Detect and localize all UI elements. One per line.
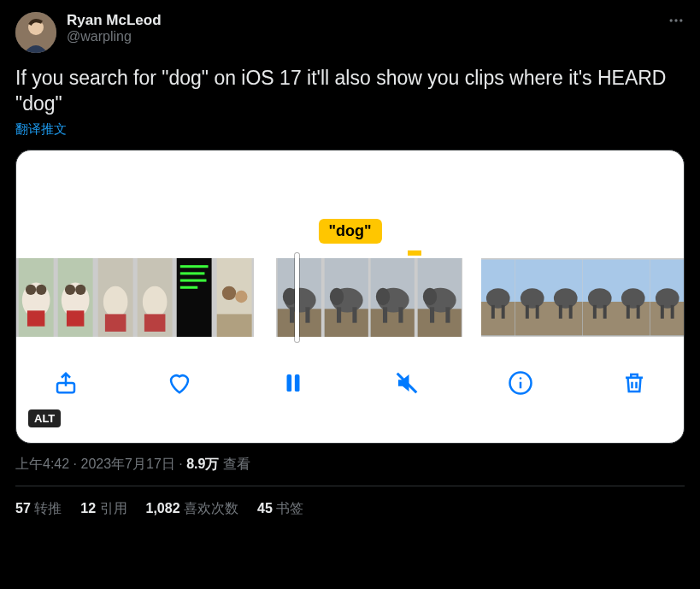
svg-point-61	[520, 288, 544, 309]
tweet-container: Ryan McLeod @warpling If you search for …	[0, 0, 700, 518]
video-frame	[416, 258, 463, 337]
tweet-meta: 上午4:42 · 2023年7月17日 · 8.9万 查看	[15, 456, 685, 474]
user-handle[interactable]: @warpling	[67, 29, 162, 44]
svg-rect-23	[180, 272, 205, 274]
svg-point-56	[486, 288, 510, 309]
video-frame	[323, 258, 370, 337]
svg-rect-78	[637, 305, 640, 319]
svg-rect-9	[27, 310, 44, 326]
avatar[interactable]	[15, 12, 56, 53]
svg-rect-20	[144, 314, 166, 331]
video-frame	[650, 258, 685, 337]
svg-rect-24	[180, 280, 207, 282]
svg-rect-49	[417, 309, 461, 337]
video-frame	[16, 258, 56, 337]
bookmarks-stat[interactable]: 45 书签	[257, 500, 303, 518]
video-frame	[276, 258, 323, 337]
scrub-marker	[408, 250, 421, 256]
translate-link[interactable]: 翻译推文	[15, 121, 685, 138]
display-name[interactable]: Ryan McLeod	[67, 12, 162, 29]
alt-badge[interactable]: ALT	[28, 409, 61, 427]
svg-rect-41	[352, 307, 356, 322]
svg-rect-83	[670, 305, 674, 319]
svg-point-7	[26, 285, 36, 295]
svg-point-90	[520, 377, 522, 380]
svg-rect-57	[491, 305, 495, 319]
svg-point-81	[655, 288, 679, 309]
playhead[interactable]	[295, 253, 299, 342]
clip-group	[276, 258, 462, 337]
video-frame	[481, 258, 515, 337]
svg-rect-47	[398, 307, 403, 322]
tweet-date[interactable]: 2023年7月17日	[80, 456, 174, 471]
svg-rect-72	[592, 305, 596, 319]
video-frame	[56, 258, 95, 337]
svg-rect-34	[290, 307, 294, 322]
more-icon[interactable]	[668, 12, 685, 33]
svg-rect-29	[216, 314, 251, 337]
video-frame	[96, 258, 135, 337]
views-label: 查看	[223, 456, 250, 471]
svg-rect-73	[603, 305, 606, 319]
svg-rect-85	[287, 374, 292, 392]
trash-icon[interactable]	[619, 368, 650, 398]
svg-point-13	[75, 285, 85, 295]
video-frame	[135, 258, 174, 337]
svg-rect-58	[502, 305, 505, 319]
clip-group	[481, 258, 684, 337]
svg-rect-63	[535, 305, 538, 319]
video-frame	[369, 258, 416, 337]
svg-point-28	[235, 291, 247, 303]
svg-rect-68	[569, 305, 573, 319]
svg-rect-82	[660, 305, 663, 319]
svg-rect-25	[180, 286, 197, 289]
video-frame	[549, 258, 583, 337]
svg-point-39	[329, 288, 343, 305]
svg-rect-21	[177, 258, 212, 337]
views-count[interactable]: 8.9万	[186, 456, 219, 471]
share-icon[interactable]	[50, 368, 81, 398]
media-controls	[16, 357, 684, 409]
svg-point-71	[587, 288, 611, 309]
svg-rect-14	[67, 310, 84, 326]
svg-point-27	[221, 286, 235, 300]
svg-rect-53	[445, 307, 450, 322]
svg-point-12	[65, 285, 75, 295]
tweet-time[interactable]: 上午4:42	[15, 456, 69, 471]
svg-rect-67	[559, 305, 562, 319]
svg-point-8	[36, 285, 46, 295]
svg-point-66	[554, 288, 578, 309]
video-frame	[215, 258, 254, 337]
svg-rect-46	[383, 307, 387, 322]
svg-point-19	[143, 286, 168, 318]
video-frame	[616, 258, 650, 337]
svg-rect-43	[371, 309, 415, 337]
media-card[interactable]: "dog"	[15, 150, 685, 444]
pause-icon[interactable]	[278, 368, 309, 398]
tweet-stats: 57 转推 12 引用 1,082 喜欢次数 45 书签	[15, 486, 685, 518]
svg-point-45	[376, 288, 390, 305]
video-frame	[174, 258, 214, 337]
heart-icon[interactable]	[164, 368, 195, 398]
mute-icon[interactable]	[391, 368, 422, 398]
retweets-stat[interactable]: 57 转推	[15, 500, 62, 518]
svg-rect-22	[180, 265, 209, 268]
svg-rect-40	[337, 307, 341, 322]
user-info: Ryan McLeod @warpling	[67, 12, 162, 44]
svg-point-4	[679, 19, 682, 21]
video-frame	[515, 258, 550, 337]
svg-rect-86	[295, 374, 300, 392]
svg-rect-17	[105, 314, 126, 331]
svg-point-51	[422, 288, 436, 305]
svg-rect-62	[525, 305, 528, 319]
tweet-text: If you search for "dog" on iOS 17 it'll …	[15, 65, 685, 116]
svg-point-76	[621, 288, 645, 309]
quotes-stat[interactable]: 12 引用	[80, 500, 126, 518]
search-tooltip: "dog"	[318, 219, 381, 244]
svg-point-2	[670, 19, 673, 21]
info-icon[interactable]	[505, 368, 536, 398]
svg-rect-35	[305, 307, 309, 322]
video-timeline[interactable]	[16, 258, 684, 337]
likes-stat[interactable]: 1,082 喜欢次数	[146, 500, 239, 518]
svg-rect-77	[626, 305, 630, 319]
